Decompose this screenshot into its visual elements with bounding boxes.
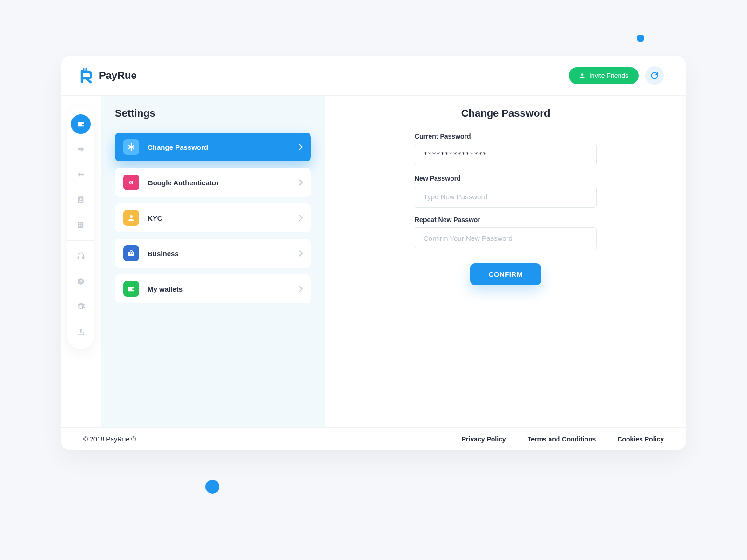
footer-links: Privacy Policy Terms and Conditions Cook… (462, 435, 664, 443)
svg-rect-4 (82, 124, 84, 125)
wallet-icon (77, 120, 85, 128)
main-content: Change Password Current Password New Pas… (325, 96, 686, 427)
header: PayRue Invite Friends (61, 56, 686, 96)
settings-item-my-wallets[interactable]: My wallets (115, 274, 311, 303)
svg-point-6 (80, 198, 82, 200)
chevron-right-icon (299, 179, 303, 186)
settings-item-change-password[interactable]: Change Password (115, 133, 311, 161)
app-frame: PayRue Invite Friends (61, 56, 686, 450)
rail-receive[interactable] (71, 165, 91, 184)
svg-rect-11 (81, 225, 82, 226)
field-repeat-password: Repeat New Passwor (415, 216, 597, 249)
rail-contacts[interactable] (71, 190, 91, 210)
logo-icon (79, 67, 93, 84)
gear-icon (77, 302, 85, 311)
footer: © 2018 PayRue.® Privacy Policy Terms and… (61, 427, 686, 450)
refresh-button[interactable] (645, 66, 664, 85)
settings-item-label: Change Password (148, 143, 208, 151)
copyright: © 2018 PayRue.® (83, 435, 136, 443)
header-actions: Invite Friends (569, 66, 664, 85)
sidebar-rail: ? (61, 96, 101, 427)
chevron-right-icon (299, 286, 303, 292)
settings-item-google-authenticator[interactable]: G Google Authenticator (115, 168, 311, 197)
current-password-input[interactable] (415, 144, 597, 166)
building-icon (77, 221, 85, 229)
rail-primary: ? (67, 107, 94, 349)
field-new-password: New Password (415, 175, 597, 208)
new-password-input[interactable] (415, 186, 597, 208)
svg-rect-20 (130, 253, 131, 254)
settings-title: Settings (115, 107, 311, 119)
svg-rect-19 (130, 251, 133, 252)
privacy-policy-link[interactable]: Privacy Policy (462, 435, 506, 443)
chevron-right-icon (299, 215, 303, 221)
asterisk-icon (123, 139, 139, 155)
arrow-left-icon (77, 170, 85, 179)
settings-item-label: My wallets (148, 285, 183, 293)
terms-link[interactable]: Terms and Conditions (528, 435, 596, 443)
svg-point-2 (581, 73, 584, 76)
svg-text:G: G (129, 180, 134, 185)
settings-item-label: KYC (148, 214, 162, 222)
logo[interactable]: PayRue (79, 67, 137, 84)
headset-icon (77, 252, 85, 260)
page-title: Change Password (353, 107, 658, 119)
google-icon: G (123, 175, 139, 190)
repeat-password-label: Repeat New Passwor (415, 216, 597, 224)
rail-settings[interactable] (71, 297, 91, 316)
svg-rect-7 (78, 222, 84, 228)
refresh-icon (650, 71, 659, 80)
svg-rect-21 (132, 253, 133, 254)
svg-rect-13 (83, 257, 84, 259)
settings-item-kyc[interactable]: KYC (115, 203, 311, 232)
svg-rect-8 (79, 223, 80, 224)
svg-rect-23 (132, 288, 134, 290)
svg-rect-9 (81, 223, 82, 224)
wallet-icon (123, 281, 139, 297)
chevron-right-icon (299, 144, 303, 150)
svg-point-17 (130, 215, 133, 218)
cookies-link[interactable]: Cookies Policy (617, 435, 664, 443)
field-current-password: Current Password (415, 133, 597, 166)
decorative-dot (205, 480, 219, 494)
settings-item-business[interactable]: Business (115, 239, 311, 268)
rail-divider (67, 240, 94, 241)
share-icon (77, 328, 85, 336)
briefcase-icon (123, 245, 139, 261)
logo-text: PayRue (99, 70, 137, 82)
current-password-label: Current Password (415, 133, 597, 140)
change-password-form: Current Password New Password Repeat New… (415, 133, 597, 285)
arrow-right-icon (77, 145, 85, 154)
settings-panel: Settings Change Password G (101, 96, 325, 427)
rail-business[interactable] (71, 215, 91, 235)
svg-rect-10 (79, 225, 80, 226)
settings-item-label: Google Authenticator (148, 179, 219, 187)
person-icon (123, 210, 139, 226)
new-password-label: New Password (415, 175, 597, 182)
contact-icon (77, 196, 85, 204)
settings-item-label: Business (148, 250, 179, 258)
settings-list: Change Password G Google Authenticator (115, 133, 311, 303)
chevron-right-icon (299, 250, 303, 257)
rail-share[interactable] (71, 322, 91, 342)
user-icon (579, 72, 585, 79)
decorative-dot (637, 35, 644, 42)
rail-help[interactable]: ? (71, 272, 91, 291)
confirm-button[interactable]: CONFIRM (470, 263, 542, 285)
rail-send[interactable] (71, 140, 91, 159)
repeat-password-input[interactable] (415, 227, 597, 249)
body: ? Settings Change Passw (61, 96, 686, 427)
rail-support[interactable] (71, 246, 91, 266)
svg-text:?: ? (79, 279, 82, 284)
rail-wallet[interactable] (71, 114, 91, 134)
help-icon: ? (77, 277, 85, 286)
svg-rect-12 (78, 257, 79, 259)
invite-friends-button[interactable]: Invite Friends (569, 67, 639, 84)
invite-friends-label: Invite Friends (589, 72, 628, 79)
